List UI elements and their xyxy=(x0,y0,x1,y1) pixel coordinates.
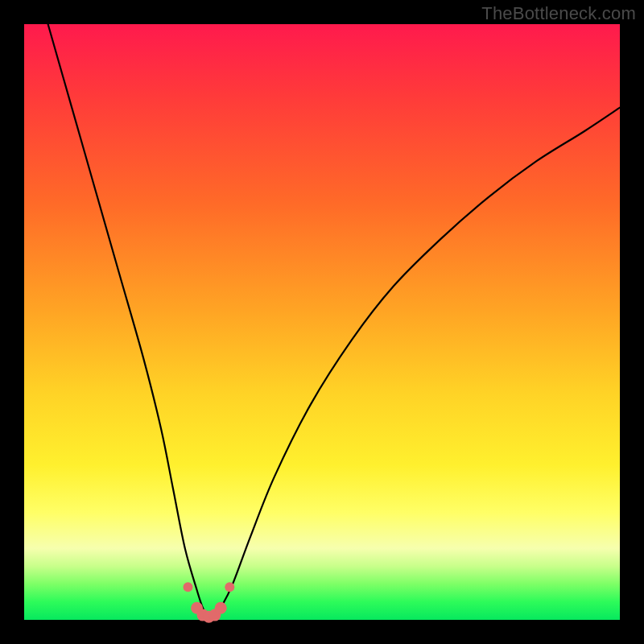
curve-svg xyxy=(24,24,620,620)
bottleneck-curve xyxy=(48,24,620,618)
min-region-markers xyxy=(184,582,235,623)
watermark-text: TheBottleneck.com xyxy=(481,3,636,24)
plot-area xyxy=(24,24,620,620)
chart-frame: TheBottleneck.com xyxy=(0,0,644,644)
min-marker xyxy=(215,602,227,614)
min-marker xyxy=(184,582,193,592)
min-marker xyxy=(225,582,234,592)
